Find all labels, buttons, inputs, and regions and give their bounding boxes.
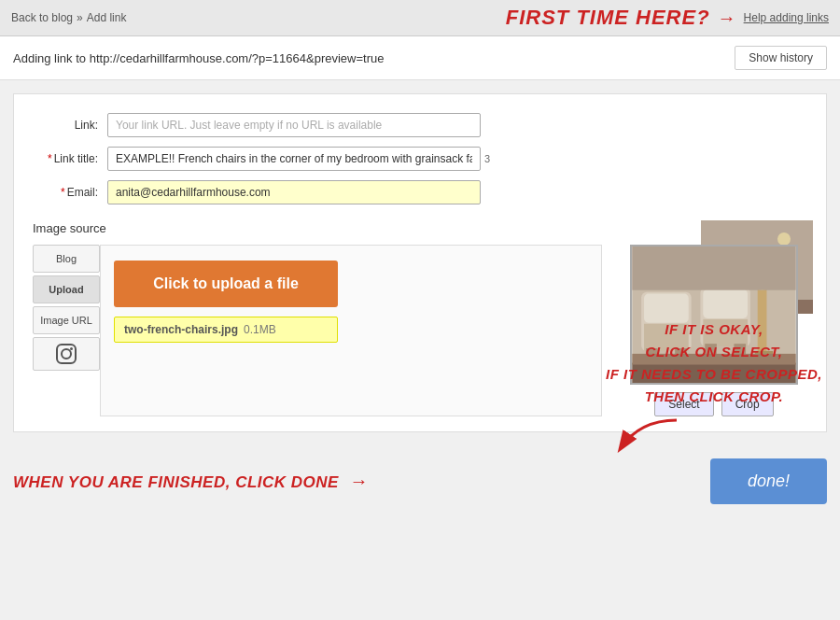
link-input[interactable] bbox=[107, 113, 481, 137]
title-count: 3 bbox=[484, 153, 490, 164]
arrow-icon: → bbox=[718, 7, 736, 29]
link-row: Link: bbox=[33, 113, 807, 137]
annotation-box: IF IT IS OKAY, CLICK ON SELECT, IF IT NE… bbox=[602, 318, 826, 456]
instagram-icon bbox=[55, 343, 77, 365]
file-info: two-french-chairs.jpg 0.1MB bbox=[114, 317, 338, 343]
svg-point-17 bbox=[62, 349, 71, 359]
tab-image-url[interactable]: Image URL bbox=[33, 306, 100, 334]
bottom-instruction: WHEN YOU ARE FINISHED, CLICK DONE → bbox=[13, 471, 369, 492]
source-tabs: Blog Upload Image URL bbox=[33, 245, 100, 416]
page-url: http://cedarhillfarmhouse.com/?p=11664&p… bbox=[90, 51, 385, 65]
adding-prefix: Adding link to bbox=[13, 51, 90, 65]
annotation-arrow bbox=[611, 416, 826, 456]
add-link-link[interactable]: Add link bbox=[87, 11, 127, 24]
svg-rect-16 bbox=[57, 345, 76, 363]
top-bar: Back to blog » Add link FIRST TIME HERE?… bbox=[0, 0, 840, 36]
email-label: Email: bbox=[33, 186, 107, 199]
bottom-text: WHEN YOU ARE FINISHED, CLICK DONE bbox=[13, 473, 339, 491]
svg-rect-27 bbox=[703, 289, 748, 318]
file-name: two-french-chairs.jpg bbox=[124, 323, 238, 336]
file-size: 0.1MB bbox=[244, 323, 276, 336]
page-title: Adding link to http://cedarhillfarmhouse… bbox=[13, 51, 384, 65]
title-row: Link title: 3 bbox=[33, 147, 807, 171]
image-source-label: Image source bbox=[33, 221, 807, 235]
done-button[interactable]: done! bbox=[710, 458, 827, 504]
arrow-svg bbox=[611, 416, 686, 453]
bottom-arrow-icon: → bbox=[350, 471, 369, 492]
email-row: Email: bbox=[33, 180, 807, 204]
svg-point-18 bbox=[70, 347, 73, 350]
breadcrumb-separator: » bbox=[77, 11, 83, 24]
tab-upload[interactable]: Upload bbox=[33, 275, 100, 303]
title-label: Link title: bbox=[33, 152, 107, 165]
breadcrumb: Back to blog » Add link bbox=[11, 11, 126, 24]
upload-file-button[interactable]: Click to upload a file bbox=[114, 261, 338, 307]
header-bar: Adding link to http://cedarhillfarmhouse… bbox=[0, 36, 840, 80]
help-link[interactable]: Help adding links bbox=[744, 11, 829, 24]
link-label: Link: bbox=[33, 119, 107, 132]
svg-rect-35 bbox=[632, 247, 795, 290]
annotation-text: IF IT IS OKAY, CLICK ON SELECT, IF IT NE… bbox=[602, 318, 826, 408]
upload-area: Click to upload a file two-french-chairs… bbox=[100, 245, 602, 416]
email-input[interactable] bbox=[107, 180, 481, 204]
svg-point-12 bbox=[777, 232, 791, 246]
main-form: Link: Link title: 3 Email: bbox=[13, 93, 827, 432]
tab-instagram[interactable] bbox=[33, 337, 100, 371]
link-title-input[interactable] bbox=[107, 147, 481, 171]
first-time-label: FIRST TIME HERE? bbox=[506, 6, 710, 30]
tab-blog[interactable]: Blog bbox=[33, 245, 100, 273]
show-history-button[interactable]: Show history bbox=[735, 46, 827, 70]
top-bar-right: FIRST TIME HERE? → Help adding links bbox=[506, 6, 829, 30]
back-to-blog-link[interactable]: Back to blog bbox=[11, 11, 73, 24]
